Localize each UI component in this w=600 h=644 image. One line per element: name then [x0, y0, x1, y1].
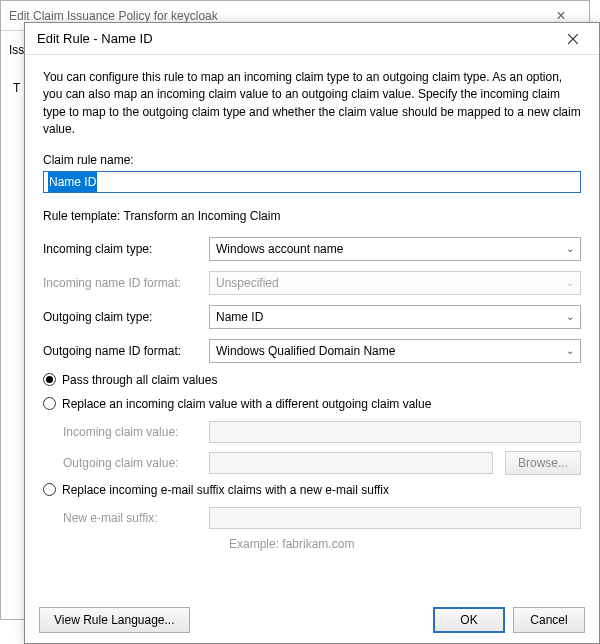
outgoing-claim-value-row: Outgoing claim value: Browse... — [63, 451, 581, 475]
cancel-button-label: Cancel — [530, 613, 567, 627]
chevron-down-icon: ⌄ — [566, 311, 574, 322]
new-email-suffix-row: New e-mail suffix: — [63, 507, 581, 529]
replace-value-subfields: Incoming claim value: Outgoing claim val… — [63, 421, 581, 475]
chevron-down-icon: ⌄ — [566, 277, 574, 288]
outgoing-claim-value-input — [209, 452, 493, 474]
row-incoming-nameid-format: Incoming name ID format: Unspecified ⌄ — [43, 271, 581, 295]
incoming-nameid-format-select: Unspecified ⌄ — [209, 271, 581, 295]
bg-inset-char: T — [13, 81, 20, 95]
intro-text: You can configure this rule to map an in… — [43, 69, 581, 139]
incoming-nameid-format-value: Unspecified — [216, 276, 566, 290]
outgoing-nameid-format-value: Windows Qualified Domain Name — [216, 344, 566, 358]
outgoing-claim-value-label: Outgoing claim value: — [63, 456, 203, 470]
incoming-claim-type-label: Incoming claim type: — [43, 242, 203, 256]
browse-button-label: Browse... — [518, 456, 568, 470]
browse-button: Browse... — [505, 451, 581, 475]
row-incoming-claim-type: Incoming claim type: Windows account nam… — [43, 237, 581, 261]
incoming-nameid-format-label: Incoming name ID format: — [43, 276, 203, 290]
titlebar: Edit Rule - Name ID — [25, 23, 599, 55]
new-email-suffix-label: New e-mail suffix: — [63, 511, 203, 525]
outgoing-claim-type-select[interactable]: Name ID ⌄ — [209, 305, 581, 329]
incoming-claim-type-value: Windows account name — [216, 242, 566, 256]
radio-pass-through[interactable]: Pass through all claim values — [43, 373, 581, 387]
ok-button-label: OK — [460, 613, 477, 627]
radio-group: Pass through all claim values Replace an… — [43, 373, 581, 551]
new-email-suffix-input — [209, 507, 581, 529]
close-button[interactable] — [551, 24, 595, 54]
example-text: Example: fabrikam.com — [229, 537, 581, 551]
radio-icon — [43, 373, 56, 386]
row-outgoing-claim-type: Outgoing claim type: Name ID ⌄ — [43, 305, 581, 329]
incoming-claim-value-input — [209, 421, 581, 443]
radio-replace-value-label: Replace an incoming claim value with a d… — [62, 397, 431, 411]
view-rule-language-button[interactable]: View Rule Language... — [39, 607, 190, 633]
chevron-down-icon: ⌄ — [566, 243, 574, 254]
replace-suffix-subfields: New e-mail suffix: Example: fabrikam.com — [63, 507, 581, 551]
outgoing-claim-type-value: Name ID — [216, 310, 566, 324]
incoming-claim-type-select[interactable]: Windows account name ⌄ — [209, 237, 581, 261]
claim-rule-name-label: Claim rule name: — [43, 153, 581, 167]
outgoing-nameid-format-select[interactable]: Windows Qualified Domain Name ⌄ — [209, 339, 581, 363]
outgoing-nameid-format-label: Outgoing name ID format: — [43, 344, 203, 358]
incoming-claim-value-label: Incoming claim value: — [63, 425, 203, 439]
radio-replace-suffix-label: Replace incoming e-mail suffix claims wi… — [62, 483, 389, 497]
claim-rule-name-value: Name ID — [48, 172, 97, 192]
radio-replace-suffix[interactable]: Replace incoming e-mail suffix claims wi… — [43, 483, 581, 497]
close-icon — [568, 34, 578, 44]
radio-icon — [43, 483, 56, 496]
radio-replace-value[interactable]: Replace an incoming claim value with a d… — [43, 397, 581, 411]
radio-pass-through-label: Pass through all claim values — [62, 373, 217, 387]
button-bar: View Rule Language... OK Cancel — [25, 597, 599, 643]
chevron-down-icon: ⌄ — [566, 345, 574, 356]
outgoing-claim-type-label: Outgoing claim type: — [43, 310, 203, 324]
dialog-content: You can configure this rule to map an in… — [25, 55, 599, 643]
cancel-button[interactable]: Cancel — [513, 607, 585, 633]
claim-rule-name-input[interactable]: Name ID — [43, 171, 581, 193]
incoming-claim-value-row: Incoming claim value: — [63, 421, 581, 443]
dialog-title: Edit Rule - Name ID — [37, 31, 551, 46]
edit-rule-dialog: Edit Rule - Name ID You can configure th… — [24, 22, 600, 644]
ok-button[interactable]: OK — [433, 607, 505, 633]
view-rule-language-label: View Rule Language... — [54, 613, 175, 627]
bg-left-fragment: Iss — [9, 43, 24, 57]
rule-template-text: Rule template: Transform an Incoming Cla… — [43, 209, 581, 223]
bg-window-title: Edit Claim Issuance Policy for keycloak — [9, 9, 541, 23]
radio-icon — [43, 397, 56, 410]
row-outgoing-nameid-format: Outgoing name ID format: Windows Qualifi… — [43, 339, 581, 363]
